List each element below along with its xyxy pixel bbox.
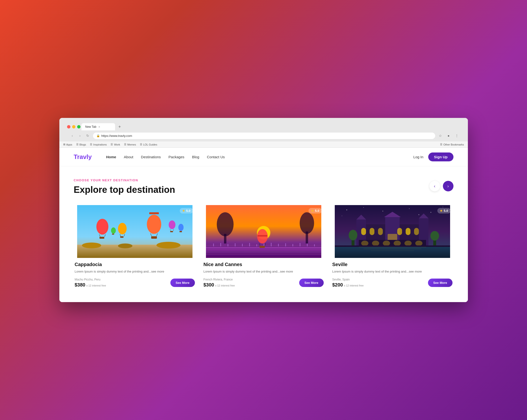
card-name-seville: Seville bbox=[332, 262, 452, 267]
svg-rect-21 bbox=[170, 231, 173, 232]
svg-rect-52 bbox=[307, 244, 307, 246]
back-button[interactable]: ‹ bbox=[69, 132, 76, 139]
card-price-info: Machu Picchu, Peru $380 x 12 interest fr… bbox=[75, 278, 106, 288]
card-desc-seville: Lorem Ipsum is simply dummy text of the … bbox=[332, 269, 452, 274]
bookmark-label: Work bbox=[114, 143, 120, 146]
svg-rect-76 bbox=[370, 228, 374, 235]
destination-card-cappadocia: ★ 5.0 Cappadocia Lorem Ipsum is simply d… bbox=[74, 205, 196, 288]
bookmark-inspirations[interactable]: ☰ Inspirations bbox=[90, 143, 107, 146]
address-bar[interactable]: 🔒 https://www.travly.com bbox=[93, 133, 435, 139]
bookmark-label: Memes bbox=[127, 143, 136, 146]
svg-rect-6 bbox=[149, 212, 159, 214]
svg-rect-40 bbox=[220, 243, 221, 246]
other-bookmarks[interactable]: ☰ Other Bookmarks bbox=[440, 143, 464, 146]
tab-close-icon[interactable]: ✕ bbox=[98, 126, 100, 128]
nav-link-contact[interactable]: Contact Us bbox=[207, 155, 225, 159]
svg-point-60 bbox=[346, 210, 347, 210]
browser-tab[interactable]: New Tab ✕ bbox=[81, 123, 115, 130]
traffic-lights bbox=[67, 125, 80, 129]
lol-icon: ☰ bbox=[140, 143, 142, 146]
nav-auth: Log In Sign Up bbox=[413, 152, 453, 161]
svg-point-3 bbox=[118, 244, 132, 248]
nav-link-blog[interactable]: Blog bbox=[192, 155, 199, 159]
browser-window: New Tab ✕ + ‹ › ↻ 🔒 https://www.travly.c… bbox=[59, 118, 468, 302]
card-name-cappadocia: Cappadocia bbox=[75, 262, 195, 267]
bookmarks-bar: ⊞ Apps ☰ Blogs ☰ Inspirations ☰ Work ☰ M… bbox=[59, 141, 468, 148]
nav-link-destinations[interactable]: Destinations bbox=[141, 155, 161, 159]
card-price-nice: $300 x 12 interest free bbox=[204, 282, 235, 288]
card-price-info: Seville, Spain $200 x 12 interest free bbox=[332, 278, 364, 288]
star-icon: ★ bbox=[311, 209, 314, 213]
nav-link-packages[interactable]: Packages bbox=[168, 155, 184, 159]
svg-rect-85 bbox=[383, 241, 390, 246]
svg-rect-41 bbox=[228, 244, 228, 246]
blogs-icon: ☰ bbox=[76, 143, 78, 146]
signup-button[interactable]: Sign Up bbox=[428, 152, 453, 161]
forward-button[interactable]: › bbox=[77, 132, 83, 139]
menu-icon[interactable]: ⋮ bbox=[453, 132, 460, 139]
svg-rect-93 bbox=[335, 246, 450, 258]
price-note: x 12 interest free bbox=[215, 284, 235, 287]
new-tab-button[interactable]: + bbox=[116, 123, 123, 130]
maximize-button[interactable] bbox=[77, 125, 80, 129]
price-note: x 12 interest free bbox=[344, 284, 363, 287]
hero-title: Explore top destination bbox=[74, 184, 175, 195]
svg-point-90 bbox=[349, 230, 357, 240]
price-value: $380 bbox=[75, 282, 86, 287]
card-price-info: French Riviera, France $300 x 12 interes… bbox=[204, 278, 235, 288]
close-button[interactable] bbox=[67, 125, 70, 129]
login-button[interactable]: Log In bbox=[413, 155, 423, 159]
bookmark-icon[interactable]: ☆ bbox=[437, 132, 444, 139]
svg-point-5 bbox=[147, 215, 161, 234]
bookmark-work[interactable]: ☰ Work bbox=[110, 143, 120, 146]
rating-badge-cappadocia: ★ 5.0 bbox=[180, 208, 193, 214]
other-bookmarks-label: Other Bookmarks bbox=[443, 143, 464, 146]
bookmark-label: Inspirations bbox=[93, 143, 107, 146]
svg-rect-39 bbox=[213, 244, 214, 246]
bookmark-right-icon: ☰ bbox=[440, 143, 442, 146]
see-more-button-seville[interactable]: See More bbox=[428, 279, 452, 287]
svg-point-62 bbox=[382, 211, 383, 212]
website-content: Travly Home About Destinations Packages … bbox=[59, 148, 468, 302]
svg-rect-38 bbox=[206, 256, 321, 258]
rating-badge-seville: ★ 5.0 bbox=[437, 208, 450, 214]
hero-header: CHOOSE YOUR NEXT DESTINATION Explore top… bbox=[74, 178, 453, 195]
bookmark-label: Blogs bbox=[79, 143, 86, 146]
svg-point-4 bbox=[156, 242, 180, 248]
carousel-next-button[interactable]: › bbox=[443, 181, 453, 191]
svg-rect-51 bbox=[300, 243, 300, 246]
bookmark-memes[interactable]: ☰ Memes bbox=[124, 143, 136, 146]
carousel-prev-button[interactable]: ‹ bbox=[429, 181, 440, 191]
svg-point-22 bbox=[178, 224, 184, 231]
see-more-button-cappadocia[interactable]: See More bbox=[170, 279, 195, 287]
svg-rect-17 bbox=[120, 236, 123, 238]
minimize-button[interactable] bbox=[72, 125, 76, 129]
card-body-nice: Nice and Cannes Lorem Ipsum is simply du… bbox=[203, 258, 325, 288]
svg-rect-23 bbox=[179, 231, 182, 232]
svg-rect-78 bbox=[397, 228, 402, 235]
inspirations-icon: ☰ bbox=[90, 143, 92, 146]
bookmark-blogs[interactable]: ☰ Blogs bbox=[76, 143, 86, 146]
profile-icon[interactable]: ● bbox=[445, 132, 452, 139]
bookmark-lol-guides[interactable]: ☰ LOL Guides bbox=[140, 143, 157, 146]
site-nav: Travly Home About Destinations Packages … bbox=[59, 148, 468, 166]
card-body-seville: Seville Lorem Ipsum is simply dummy text… bbox=[331, 258, 453, 288]
svg-point-10 bbox=[96, 219, 108, 235]
card-location-nice: French Riviera, France bbox=[204, 278, 235, 281]
svg-rect-84 bbox=[372, 241, 379, 246]
price-value: $200 bbox=[332, 282, 343, 287]
refresh-button[interactable]: ↻ bbox=[84, 132, 91, 139]
nav-link-home[interactable]: Home bbox=[106, 155, 116, 159]
see-more-button-nice[interactable]: See More bbox=[299, 279, 324, 287]
svg-point-24 bbox=[111, 227, 116, 234]
svg-point-18 bbox=[169, 220, 176, 229]
svg-rect-48 bbox=[278, 244, 279, 246]
svg-rect-75 bbox=[361, 228, 366, 235]
hero-text: CHOOSE YOUR NEXT DESTINATION Explore top… bbox=[74, 178, 175, 195]
nav-link-about[interactable]: About bbox=[124, 155, 133, 159]
nav-links: Home About Destinations Packages Blog Co… bbox=[106, 155, 413, 159]
bookmark-apps[interactable]: ⊞ Apps bbox=[63, 143, 72, 146]
card-desc-nice: Lorem Ipsum is simply dummy text of the … bbox=[204, 269, 324, 274]
card-footer-seville: Seville, Spain $200 x 12 interest free S… bbox=[332, 278, 452, 288]
site-logo[interactable]: Travly bbox=[74, 153, 92, 161]
